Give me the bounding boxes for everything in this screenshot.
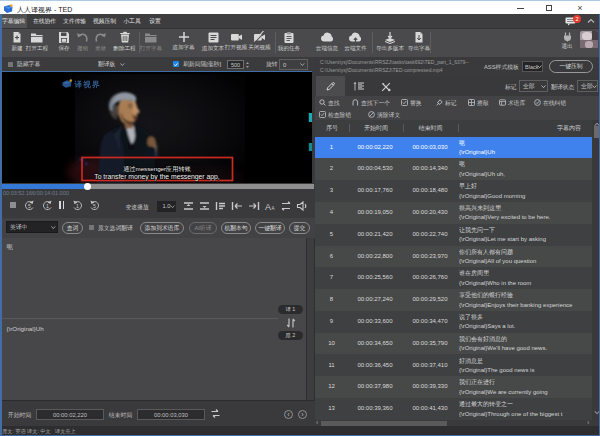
svg-text:1: 1 <box>76 203 79 209</box>
svg-text:5: 5 <box>93 203 96 209</box>
svg-text:To transfer money by the messe: To transfer money by the messenger app, <box>94 173 220 181</box>
svg-text:译视界: 译视界 <box>74 80 101 89</box>
svg-text:1: 1 <box>46 203 49 209</box>
svg-text:通过messenger应用转账: 通过messenger应用转账 <box>123 164 192 172</box>
svg-text:A: A <box>271 206 274 211</box>
svg-text:A: A <box>265 201 271 211</box>
svg-text:5: 5 <box>28 203 31 209</box>
